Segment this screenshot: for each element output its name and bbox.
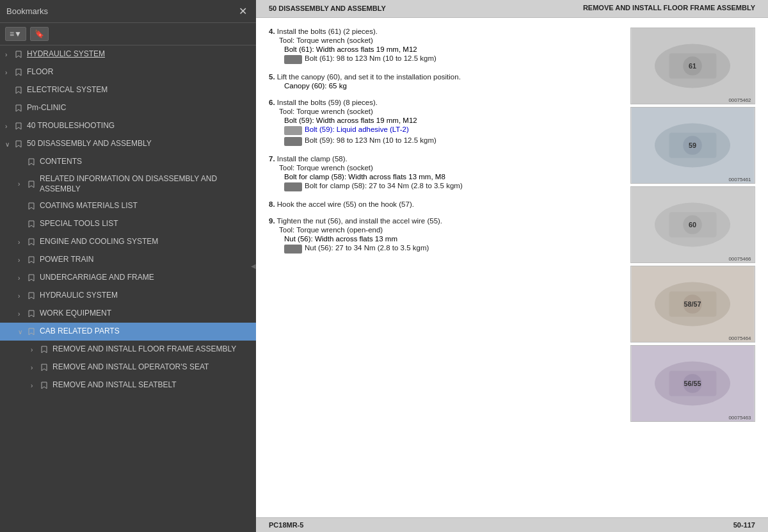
liquid-adhesive-icon: [284, 126, 302, 135]
bookmarks-title: Bookmarks: [6, 6, 48, 16]
close-button[interactable]: ✕: [236, 5, 250, 17]
bookmark-label: POWER TRAIN: [40, 255, 251, 265]
document-panel: 50 DISASSEMBLY AND ASSEMBLY REMOVE AND I…: [256, 0, 768, 532]
bookmark-item-work-equipment[interactable]: › WORK EQUIPMENT: [0, 305, 256, 323]
bookmark-item-hydraulic-system-top[interactable]: › HYDRAULIC SYSTEM: [0, 45, 256, 63]
step-text: Install the bolts (61) (2 pieces).: [277, 28, 378, 35]
bookmark-label: HYDRAULIC SYSTEM: [27, 49, 251, 60]
document-footer: PC18MR-5 50-117: [256, 517, 768, 532]
expand-arrow: ∨: [5, 141, 14, 148]
svg-text:00075463: 00075463: [728, 415, 751, 421]
toolbar-menu-button[interactable]: ≡▼: [5, 27, 26, 41]
bookmark-label: Pm-CLINIC: [27, 103, 251, 113]
step-spec: Bolt for clamp (58): Width across flats …: [269, 173, 618, 181]
step-number: 8.: [269, 200, 275, 208]
step-tool: Tool: Torque wrench (socket): [269, 108, 618, 115]
step-spec: Bolt (61): Width across flats 19 mm, M12: [269, 45, 618, 53]
bookmark-item-remove-floor-frame[interactable]: › REMOVE AND INSTALL FLOOR FRAME ASSEMBL…: [0, 341, 256, 359]
step-number: 7.: [269, 155, 275, 163]
bookmark-item-power-train[interactable]: › POWER TRAIN: [0, 251, 256, 269]
bookmark-icon: [14, 122, 23, 131]
bookmark-item-undercarriage-frame[interactable]: › UNDERCARRIAGE AND FRAME: [0, 269, 256, 287]
step-6: 6. Install the bolts (59) (8 pieces).Too…: [269, 99, 618, 146]
bookmark-item-coating-materials[interactable]: COATING MATERIALS LIST: [0, 197, 256, 215]
bookmark-item-related-info[interactable]: › RELATED INFORMATION ON DISASSEMBLY AND…: [0, 171, 256, 197]
bookmark-icon: [27, 202, 36, 211]
bookmarks-toolbar: ≡▼ 🔖: [0, 23, 256, 45]
step-7: 7. Install the clamp (58).Tool: Torque w…: [269, 155, 618, 191]
document-image-img3: 60 00075466: [630, 186, 755, 263]
expand-arrow: ›: [31, 346, 40, 353]
step-tool: Tool: Torque wrench (open-end): [269, 226, 618, 234]
toolbar-bookmark-button[interactable]: 🔖: [30, 27, 49, 41]
step-5: 5. Lift the canopy (60), and set it to t…: [269, 73, 618, 90]
torque-icon: [284, 245, 302, 254]
bookmark-item-remove-seatbelt[interactable]: › REMOVE AND INSTALL SEATBELT: [0, 376, 256, 394]
document-content: 4. Install the bolts (61) (2 pieces).Too…: [256, 18, 768, 517]
bookmark-label: WORK EQUIPMENT: [40, 309, 251, 319]
bookmark-item-40-troubleshooting[interactable]: › 40 TROUBLESHOOTING: [0, 117, 256, 135]
step-torque: Nut (56): 27 to 34 Nm (2.8 to 3.5 kgm): [269, 244, 618, 254]
bookmark-label: 40 TROUBLESHOOTING: [27, 121, 251, 131]
step-torque: Bolt (59): 98 to 123 Nm (10 to 12.5 kgm): [269, 136, 618, 146]
torque-icon: [284, 55, 302, 64]
bookmark-item-electrical-system[interactable]: ELECTRICAL SYSTEM: [0, 81, 256, 99]
expand-arrow: ›: [5, 51, 14, 58]
bookmark-item-remove-operator-seat[interactable]: › REMOVE AND INSTALL OPERATOR'S SEAT: [0, 359, 256, 376]
bookmark-item-50-disassembly[interactable]: ∨ 50 DISASSEMBLY AND ASSEMBLY: [0, 135, 256, 153]
bookmark-icon: [14, 68, 23, 77]
bookmark-item-contents[interactable]: CONTENTS: [0, 153, 256, 171]
bookmark-icon: [14, 86, 23, 95]
step-number: 9.: [269, 217, 275, 225]
svg-text:00075461: 00075461: [728, 177, 751, 182]
step-number: 4.: [269, 28, 275, 35]
bookmark-icon: [27, 291, 36, 300]
bookmark-item-engine-cooling[interactable]: › ENGINE AND COOLING SYSTEM: [0, 233, 256, 251]
bookmark-label: SPECIAL TOOLS LIST: [40, 219, 251, 229]
bookmark-item-cab-related[interactable]: ∨ CAB RELATED PARTS: [0, 323, 256, 341]
bookmark-label: REMOVE AND INSTALL FLOOR FRAME ASSEMBLY: [52, 344, 251, 355]
footer-left: PC18MR-5: [269, 521, 303, 529]
bookmark-label: CAB RELATED PARTS: [40, 326, 251, 337]
bookmark-label: 50 DISASSEMBLY AND ASSEMBLY: [27, 139, 251, 149]
resize-handle[interactable]: [251, 0, 256, 532]
doc-header-left: 50 DISASSEMBLY AND ASSEMBLY: [269, 4, 386, 13]
bookmark-label: RELATED INFORMATION ON DISASSEMBLY AND A…: [40, 174, 251, 194]
expand-arrow: ∨: [18, 328, 27, 335]
document-image-img1: 61 00075462: [630, 28, 755, 104]
step-tool: Tool: Torque wrench (socket): [269, 164, 618, 172]
expand-arrow: ›: [18, 257, 27, 264]
bookmark-item-floor[interactable]: › FLOOR: [0, 63, 256, 81]
svg-text:00075462: 00075462: [728, 97, 751, 103]
expand-arrow: ›: [31, 382, 40, 389]
document-image-img2: 59 00075461: [630, 107, 755, 184]
bookmark-icon: [40, 345, 49, 354]
bookmark-item-hydraulic-system-2[interactable]: › HYDRAULIC SYSTEM: [0, 287, 256, 305]
svg-text:58/57: 58/57: [684, 300, 701, 308]
doc-header-right: REMOVE AND INSTALL FLOOR FRAME ASSEMBLY: [583, 4, 755, 12]
svg-text:61: 61: [689, 62, 696, 70]
step-torque: Bolt (61): 98 to 123 Nm (10 to 12.5 kgm): [269, 54, 618, 64]
bookmark-item-pm-clinic[interactable]: Pm-CLINIC: [0, 99, 256, 117]
bookmark-icon: [14, 104, 23, 113]
bookmark-label: REMOVE AND INSTALL SEATBELT: [52, 380, 251, 391]
torque-icon: [284, 137, 302, 146]
step-tool: Tool: Torque wrench (socket): [269, 36, 618, 44]
bookmark-icon: [27, 309, 36, 318]
bookmark-icon: [14, 140, 23, 149]
document-image-img4: 58/57 00075464: [630, 266, 755, 343]
bookmark-label: REMOVE AND INSTALL OPERATOR'S SEAT: [52, 362, 251, 373]
bookmark-icon: [27, 255, 36, 264]
step-text: Hook the accel wire (55) on the hook (57…: [277, 200, 414, 208]
bookmark-icon: [27, 238, 36, 246]
bookmark-list: › HYDRAULIC SYSTEM› FLOOR ELECTRICAL SYS…: [0, 45, 256, 532]
bookmark-item-special-tools[interactable]: SPECIAL TOOLS LIST: [0, 215, 256, 233]
document-image-img5: 56/55 00075463: [630, 345, 755, 422]
bookmark-icon: [27, 180, 36, 189]
image-column: 61 00075462 59 00075461 60 00075466 58/5…: [630, 28, 755, 508]
bookmarks-panel: Bookmarks ✕ ≡▼ 🔖 › HYDRAULIC SYSTEM› FLO…: [0, 0, 256, 532]
svg-text:00075466: 00075466: [728, 256, 751, 262]
expand-arrow: ›: [18, 275, 27, 282]
bookmark-icon: [27, 220, 36, 229]
expand-arrow: ›: [18, 239, 27, 246]
